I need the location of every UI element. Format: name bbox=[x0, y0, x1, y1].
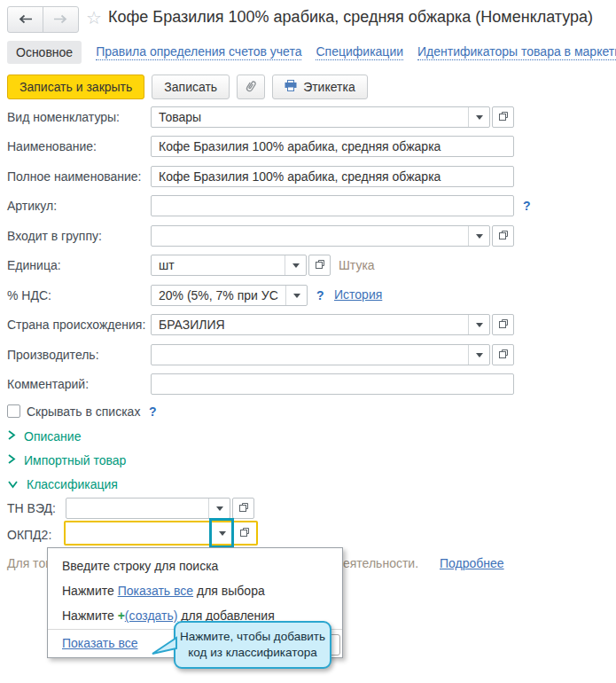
back-button[interactable] bbox=[8, 7, 43, 32]
producer-open-button[interactable] bbox=[492, 344, 514, 365]
popup-row2-suffix: для выбора bbox=[193, 584, 265, 598]
chevron-down-icon bbox=[476, 234, 483, 242]
unit-input[interactable] bbox=[152, 255, 285, 275]
open-form-icon bbox=[315, 258, 325, 272]
chevron-down-icon bbox=[476, 323, 483, 331]
save-button[interactable]: Записать bbox=[152, 75, 230, 99]
popup-row3-prefix: Нажмите bbox=[62, 608, 118, 623]
name-label: Наименование: bbox=[7, 136, 97, 157]
popup-create-inline-link[interactable]: (создать) bbox=[125, 608, 178, 623]
chevron-down-icon bbox=[216, 506, 223, 514]
tooltip-line1: Нажмите, чтобы добавить bbox=[179, 629, 326, 645]
sku-help-icon[interactable]: ? bbox=[523, 195, 531, 216]
vat-dropdown-button[interactable] bbox=[285, 286, 307, 305]
group-input[interactable] bbox=[152, 226, 468, 246]
back-arrow-icon bbox=[18, 12, 33, 27]
kind-dropdown-button[interactable] bbox=[468, 107, 489, 127]
tnved-dropdown-button[interactable] bbox=[208, 499, 230, 518]
history-nav-group bbox=[7, 6, 79, 33]
label-button[interactable]: Этикетка bbox=[272, 75, 368, 99]
section-import-item-label: Импортный товар bbox=[24, 453, 126, 467]
popup-show-all-inline-link[interactable]: Показать все bbox=[118, 584, 193, 598]
section-description[interactable]: Описание bbox=[7, 429, 81, 444]
kind-label: Вид номенклатуры: bbox=[7, 106, 120, 128]
product-card-window: ☆ Кофе Бразилия 100% арабика, средняя об… bbox=[0, 0, 616, 683]
open-form-icon bbox=[238, 501, 249, 515]
unit-dropdown-button[interactable] bbox=[285, 255, 306, 275]
unit-field bbox=[151, 255, 307, 276]
tooltip-callout: Нажмите, чтобы добавить код из классифик… bbox=[174, 621, 331, 669]
comment-input[interactable] bbox=[151, 373, 514, 395]
footnote-right: еятельности. bbox=[343, 556, 418, 570]
tooltip-arrow-icon bbox=[151, 635, 177, 661]
vat-history-link[interactable]: История bbox=[334, 287, 382, 302]
hide-in-lists-help-icon[interactable]: ? bbox=[149, 401, 157, 422]
full-name-input[interactable] bbox=[151, 166, 514, 187]
tab-marketplace-ids[interactable]: Идентификаторы товара в маркетплей bbox=[417, 44, 616, 60]
open-form-icon bbox=[498, 348, 509, 362]
open-form-icon bbox=[498, 110, 509, 124]
section-classification[interactable]: Классификация bbox=[7, 477, 118, 491]
group-dropdown-button[interactable] bbox=[468, 226, 489, 246]
page-title: Кофе Бразилия 100% арабика, средняя обжа… bbox=[108, 8, 593, 27]
favorite-star-icon[interactable]: ☆ bbox=[86, 8, 102, 27]
vat-field bbox=[151, 285, 308, 306]
sku-label: Артикул: bbox=[7, 195, 57, 216]
forward-arrow-icon bbox=[53, 12, 68, 27]
vat-input[interactable] bbox=[152, 286, 285, 305]
attachments-button[interactable] bbox=[237, 75, 265, 99]
group-open-button[interactable] bbox=[492, 225, 514, 247]
tab-specifications[interactable]: Спецификации bbox=[316, 44, 403, 60]
tnved-label: ТН ВЭД: bbox=[7, 498, 56, 519]
chevron-down-icon bbox=[219, 531, 226, 539]
tab-main[interactable]: Основное bbox=[7, 41, 82, 64]
label-button-text: Этикетка bbox=[303, 80, 355, 94]
section-import-item[interactable]: Импортный товар bbox=[7, 453, 126, 467]
forward-button[interactable] bbox=[43, 7, 78, 32]
kind-input[interactable] bbox=[152, 107, 468, 127]
full-name-label: Полное наименование: bbox=[7, 166, 141, 187]
toolbar: Записать и закрыть Записать Этикетка bbox=[7, 75, 368, 99]
tnved-open-button[interactable] bbox=[232, 498, 254, 519]
sku-input[interactable] bbox=[151, 195, 514, 216]
chevron-down-icon bbox=[292, 263, 300, 271]
plus-icon: + bbox=[118, 608, 125, 623]
chevron-down-icon bbox=[476, 115, 483, 123]
hide-in-lists-checkbox[interactable] bbox=[7, 404, 20, 418]
unit-hint: Штука bbox=[339, 255, 375, 276]
producer-input[interactable] bbox=[152, 345, 468, 365]
country-label: Страна происхождения: bbox=[7, 314, 145, 335]
save-and-close-button[interactable]: Записать и закрыть bbox=[7, 75, 144, 99]
paperclip-icon bbox=[245, 79, 257, 96]
name-input[interactable] bbox=[151, 136, 514, 157]
country-open-button[interactable] bbox=[492, 314, 514, 335]
tnved-field bbox=[66, 498, 230, 519]
chevron-down-icon bbox=[7, 477, 19, 491]
okpd2-label: ОКПД2: bbox=[7, 524, 51, 546]
country-dropdown-button[interactable] bbox=[468, 315, 489, 334]
open-form-icon bbox=[498, 318, 509, 332]
chevron-down-icon bbox=[293, 294, 300, 302]
country-input[interactable] bbox=[152, 315, 468, 334]
hide-in-lists-label: Скрывать в списках bbox=[27, 404, 140, 419]
tnved-input[interactable] bbox=[66, 499, 208, 518]
okpd2-dropdown-button[interactable] bbox=[211, 522, 233, 544]
open-form-icon bbox=[498, 229, 509, 243]
chevron-down-icon bbox=[476, 353, 483, 361]
unit-label: Единица: bbox=[7, 255, 61, 276]
tab-accounting-rules[interactable]: Правила определения счетов учета bbox=[96, 44, 301, 60]
unit-open-button[interactable] bbox=[308, 255, 331, 276]
chevron-right-icon bbox=[7, 453, 16, 467]
vat-help-icon[interactable]: ? bbox=[316, 285, 324, 306]
kind-open-button[interactable] bbox=[492, 106, 514, 128]
footnote-more-link[interactable]: Подробнее bbox=[440, 556, 504, 570]
producer-dropdown-button[interactable] bbox=[468, 345, 489, 365]
popup-row2-prefix: Нажмите bbox=[62, 584, 118, 598]
popup-show-all-link[interactable]: Показать все bbox=[62, 636, 137, 650]
popup-search-hint: Введите строку для поиска bbox=[62, 559, 218, 573]
printer-icon bbox=[285, 80, 297, 94]
okpd2-input[interactable] bbox=[66, 522, 211, 544]
producer-field bbox=[151, 344, 490, 365]
okpd2-open-button[interactable] bbox=[233, 522, 256, 544]
kind-field bbox=[151, 106, 490, 128]
